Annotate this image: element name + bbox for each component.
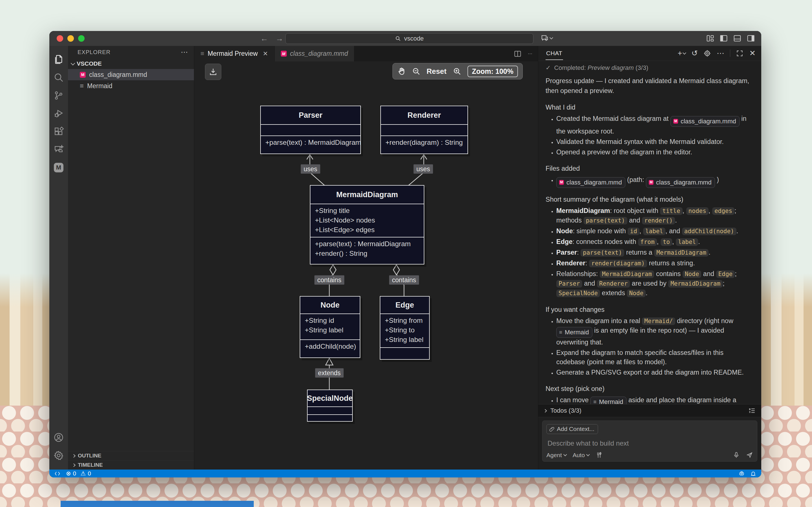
edge-label-extends: extends	[315, 369, 344, 378]
chat-more-actions-icon[interactable]: ⋯	[717, 49, 724, 58]
explorer-more-actions-icon[interactable]: ⋯	[181, 48, 188, 57]
chat-message-area[interactable]: ✓Completed: Preview diagram (3/3)Progres…	[538, 61, 761, 404]
class-attributes	[261, 125, 360, 136]
mermaid-preview-canvas[interactable]: Reset Zoom: 100%	[194, 61, 538, 469]
mermaid-file-icon: M	[559, 180, 564, 185]
settings-gear-icon[interactable]	[49, 446, 68, 464]
chat-heading: What I did	[546, 104, 754, 111]
preview-file-icon: ≡	[200, 50, 204, 57]
class-box-parser: Parser+parse(text) : MermaidDiagram	[260, 106, 361, 154]
chat-bullet: Move the diagram into a real Mermaid/ di…	[556, 316, 754, 347]
add-context-button[interactable]: Add Context...	[546, 424, 598, 434]
chat-input-box[interactable]: Add Context... Agent Auto	[542, 420, 757, 462]
toggle-sidebar-right-icon[interactable]	[747, 34, 755, 43]
forward-arrow-icon[interactable]: →	[275, 34, 283, 43]
tab-mermaid-preview[interactable]: ≡ Mermaid Preview ✕	[194, 46, 274, 61]
editor-more-actions-icon[interactable]: ⋯	[528, 51, 532, 56]
chat-panel-title[interactable]: CHAT	[546, 47, 563, 60]
file-row-class-diagram[interactable]: M class_diagram.mmd	[68, 69, 194, 80]
toggle-sidebar-left-icon[interactable]	[719, 34, 728, 43]
wallpaper-blue-strip	[61, 501, 254, 507]
chevron-down-icon	[71, 61, 75, 65]
class-methods: +parse(text) : MermaidDiagram	[261, 136, 360, 154]
model-dropdown[interactable]: Auto	[573, 452, 589, 459]
problems-indicator[interactable]: ⊗ 0 ⚠ 0	[66, 470, 91, 477]
remote-indicator-icon[interactable]	[54, 471, 60, 476]
account-icon[interactable]	[49, 429, 68, 446]
file-row-mermaid[interactable]: ≡ Mermaid	[68, 80, 194, 92]
chat-bullet-list: Mclass_diagram.mmd (path: Mclass_diagram…	[546, 175, 754, 188]
file-chip[interactable]: Mclass_diagram.mmd	[646, 177, 715, 188]
edge-label-contains-left: contains	[314, 276, 344, 285]
search-value: vscode	[404, 35, 424, 42]
copilot-status-icon[interactable]	[739, 471, 745, 476]
class-member: +render(diagram) : String	[386, 138, 463, 147]
class-member: +render() : String	[315, 249, 419, 258]
command-center-search[interactable]: vscode	[285, 33, 534, 44]
inline-code-chip: from	[638, 238, 657, 246]
tools-icon[interactable]	[596, 452, 603, 459]
file-chip[interactable]: ≡Mermaid	[556, 327, 592, 338]
outline-section[interactable]: OUTLINE	[68, 451, 194, 460]
bell-icon[interactable]	[750, 471, 756, 476]
class-member: +parse(text) : MermaidDiagram	[265, 138, 356, 147]
inline-code-chip: Edge	[716, 270, 735, 278]
chat-bullet: I can move ≡Mermaid aside and place the …	[556, 395, 754, 404]
mermaid-extension-icon[interactable]: M	[49, 159, 68, 177]
editor-group: ≡ Mermaid Preview ✕ M class_diagram.mmd …	[194, 46, 538, 469]
chat-bullet: Created the Mermaid class diagram at Mcl…	[556, 114, 754, 136]
class-box-edge: Edge+String from+String to+String label	[380, 296, 430, 360]
voice-icon[interactable]	[733, 452, 740, 459]
timeline-section[interactable]: TIMELINE	[68, 460, 194, 469]
zoom-window-button[interactable]	[78, 35, 85, 42]
close-chat-icon[interactable]: ✕	[749, 49, 756, 58]
send-icon[interactable]	[746, 452, 753, 459]
class-member: +List<Node> nodes	[315, 216, 419, 225]
history-icon[interactable]: ↺	[691, 49, 698, 58]
tab-class-diagram[interactable]: M class_diagram.mmd	[274, 46, 355, 61]
chat-text-input[interactable]	[547, 439, 755, 448]
mermaid-file-icon: M	[649, 180, 654, 185]
chevron-right-icon	[543, 409, 547, 413]
edge-label-uses-right: uses	[414, 165, 433, 174]
search-sidebar-icon[interactable]	[49, 68, 68, 87]
chat-sparkle-icon[interactable]	[49, 140, 68, 159]
run-debug-icon[interactable]	[49, 105, 68, 122]
layout-grid-icon[interactable]	[706, 34, 714, 43]
checklist-icon[interactable]	[748, 407, 756, 414]
list-file-icon: ≡	[559, 328, 562, 337]
file-chip[interactable]: ≡Mermaid	[591, 397, 626, 404]
file-chip[interactable]: Mclass_diagram.mmd	[556, 177, 625, 188]
chat-heading: If you want changes	[546, 306, 754, 314]
bold-text: MermaidDiagram	[556, 207, 610, 214]
inline-code-chip: edges	[712, 207, 734, 215]
chat-settings-gear-icon[interactable]	[703, 50, 711, 57]
chat-bullet-list: Created the Mermaid class diagram at Mcl…	[546, 114, 754, 157]
edge-label-uses-left: uses	[301, 165, 320, 174]
copilot-menu-button[interactable]	[541, 34, 553, 42]
class-member: +String title	[315, 206, 419, 216]
workspace-section-vscode[interactable]: VSCODE	[68, 58, 194, 69]
chat-paragraph: Progress update — I created and validate…	[546, 76, 754, 96]
expand-chat-icon[interactable]	[736, 50, 744, 57]
close-window-button[interactable]	[57, 35, 63, 42]
class-name: Parser	[261, 106, 360, 125]
chevron-down-icon	[550, 36, 553, 40]
minimize-window-button[interactable]	[67, 35, 74, 42]
back-arrow-icon[interactable]: ←	[260, 34, 268, 43]
source-control-icon[interactable]	[49, 87, 68, 105]
class-methods: +render(diagram) : String	[381, 136, 467, 154]
chat-panel: CHAT + ↺ ⋯ ✕ ✓Completed: Preview diagram…	[538, 46, 761, 469]
class-attributes: +String from+String to+String label	[380, 314, 429, 348]
file-chip[interactable]: Mclass_diagram.mmd	[670, 116, 740, 127]
class-name: MermaidDiagram	[310, 186, 424, 204]
bold-text: Node	[556, 227, 573, 235]
extensions-icon[interactable]	[49, 122, 68, 140]
explorer-files-icon[interactable]	[49, 50, 68, 68]
todos-bar[interactable]: Todos (3/3)	[538, 404, 761, 417]
close-tab-icon[interactable]: ✕	[263, 50, 268, 57]
toggle-panel-icon[interactable]	[733, 34, 742, 43]
new-chat-icon[interactable]: +	[677, 49, 686, 58]
agent-mode-dropdown[interactable]: Agent	[546, 452, 566, 459]
split-editor-icon[interactable]	[514, 50, 522, 58]
